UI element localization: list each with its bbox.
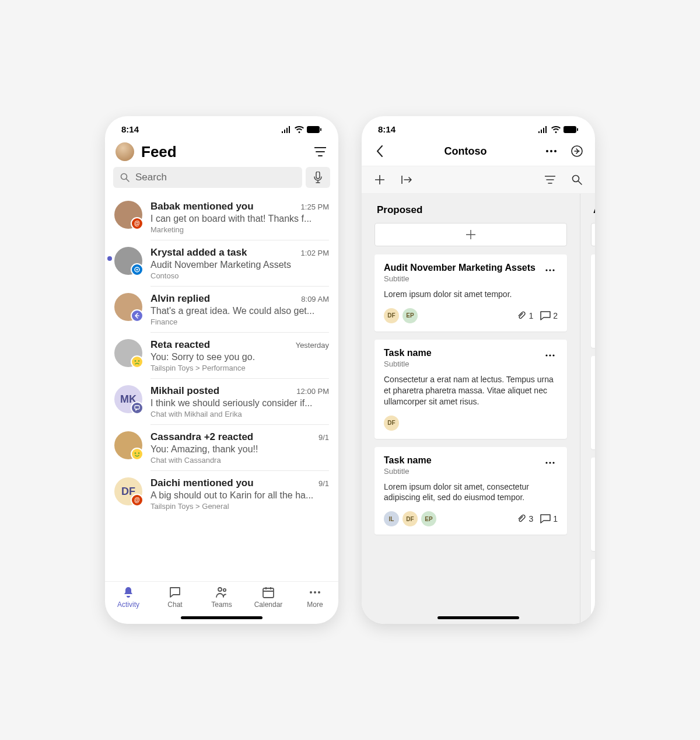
feed-item[interactable]: DF@Daichi mentioned you9/1A big should o… <box>105 470 338 516</box>
svg-point-28 <box>573 176 579 182</box>
feed-item-snippet: I can get on board with that! Thanks f..… <box>150 214 329 224</box>
feed-item[interactable]: @Babak mentioned you1:25 PMI can get on … <box>105 194 338 240</box>
nav-teams[interactable]: Teams <box>198 585 245 609</box>
assignee-chip[interactable]: DF <box>384 416 399 431</box>
svg-point-14 <box>138 452 140 454</box>
task-card[interactable]: Audit November Marketing AssetsSubtitleL… <box>374 254 567 331</box>
filter-button[interactable] <box>542 172 558 187</box>
activity-badge-icon <box>131 309 144 322</box>
search-input[interactable]: Search <box>113 167 302 188</box>
add-button[interactable] <box>372 172 387 187</box>
assignee-chips: DFEP <box>384 308 418 323</box>
search-placeholder: Search <box>135 172 167 183</box>
more-button[interactable] <box>544 144 559 159</box>
svg-point-34 <box>549 354 551 356</box>
card-title: Task name <box>384 348 432 358</box>
feed-item[interactable]: MKMikhail posted12:00 PMI think we shoul… <box>105 378 338 424</box>
nav-chat[interactable]: Chat <box>152 585 198 609</box>
status-bar: 8:14 <box>105 116 338 138</box>
expand-button[interactable] <box>399 172 414 187</box>
paperclip-icon <box>517 311 526 320</box>
feed-item-time: Yesterday <box>296 341 329 350</box>
feed-list[interactable]: @Babak mentioned you1:25 PMI can get on … <box>105 194 338 581</box>
filter-icon <box>545 176 555 184</box>
svg-point-35 <box>552 354 554 356</box>
feed-item[interactable]: Krystal added a task1:02 PMAudit Novembe… <box>105 240 338 286</box>
assignee-chip[interactable]: EP <box>421 511 436 526</box>
nav-calendar[interactable]: Calendar <box>245 585 292 609</box>
search-icon <box>572 174 582 185</box>
add-card-button[interactable] <box>591 223 595 246</box>
svg-point-36 <box>545 462 547 463</box>
task-card[interactable]: TSL <box>591 356 595 449</box>
feed-item-title: Daichi mentioned you <box>150 477 254 489</box>
status-time: 8:14 <box>121 124 139 134</box>
chevron-left-icon <box>376 145 383 157</box>
board-header: Contoso <box>362 138 595 166</box>
assignee-chip[interactable]: EP <box>402 308 418 323</box>
svg-point-8 <box>132 357 142 367</box>
board-columns[interactable]: Proposed Audit November Marketing Assets… <box>362 194 595 624</box>
search-row: Search <box>105 167 338 194</box>
svg-point-37 <box>549 462 551 463</box>
task-card[interactable]: TSD v p p <box>591 254 595 348</box>
plus-icon <box>375 175 384 184</box>
mic-button[interactable] <box>306 167 330 188</box>
feed-item-context: Chat with Mikhail and Erika <box>150 410 329 418</box>
feed-avatar: DF@ <box>114 477 142 505</box>
svg-point-13 <box>135 452 136 454</box>
task-card[interactable]: T <box>591 559 595 624</box>
feed-item-context: Marketing <box>150 225 329 234</box>
search-button[interactable] <box>569 172 584 187</box>
card-more-button[interactable] <box>542 263 558 278</box>
svg-point-24 <box>546 150 548 152</box>
task-card[interactable]: TSL a <box>591 458 595 551</box>
card-subtitle: Subtitle <box>384 467 432 476</box>
profile-avatar[interactable] <box>116 142 134 161</box>
feed-item[interactable]: Alvin replied8:09 AMThat's a great idea.… <box>105 286 338 332</box>
filter-icon[interactable] <box>313 144 328 159</box>
feed-body: Cassandra +2 reacted9/1You: Amazing, tha… <box>150 431 329 465</box>
mic-icon <box>314 172 322 183</box>
feed-item-context: Tailspin Toys > General <box>150 502 329 511</box>
comment-count: 2 <box>540 311 558 320</box>
svg-rect-0 <box>307 126 320 133</box>
ghost-card-list: TSD v p pTSLTSL aT <box>591 254 595 624</box>
card-more-button[interactable] <box>542 455 558 470</box>
feed-item-title: Alvin replied <box>150 293 210 305</box>
board-title: Contoso <box>444 145 487 158</box>
feed-avatar: MK <box>114 385 142 413</box>
svg-point-26 <box>554 150 556 152</box>
feed-item-context: Chat with Cassandra <box>150 456 329 465</box>
feed-item-context: Tailspin Toys > Performance <box>150 364 329 372</box>
svg-point-30 <box>545 269 547 271</box>
chat-button[interactable] <box>569 144 584 159</box>
activity-badge-icon <box>131 402 144 414</box>
task-card[interactable]: Task nameSubtitleLorem ipsum dolor sit a… <box>374 447 567 535</box>
assignee-chip[interactable]: IL <box>384 511 399 526</box>
comment-icon <box>540 311 551 320</box>
svg-rect-18 <box>263 588 274 598</box>
feed-item-title: Cassandra +2 reacted <box>150 431 253 443</box>
feed-item-snippet: You: Amazing, thank you!! <box>150 444 329 455</box>
search-icon <box>120 173 130 182</box>
battery-icon <box>307 126 322 133</box>
task-card[interactable]: Task nameSubtitleConsectetur a erat nam … <box>374 340 567 439</box>
nav-activity[interactable]: Activity <box>105 585 152 609</box>
nav-more[interactable]: More <box>292 585 338 609</box>
calendar-icon <box>261 585 275 599</box>
back-button[interactable] <box>372 144 387 159</box>
svg-rect-4 <box>316 172 320 179</box>
card-more-button[interactable] <box>542 348 558 363</box>
svg-rect-1 <box>320 128 321 131</box>
svg-point-10 <box>138 360 140 362</box>
status-icons <box>538 126 579 133</box>
feed-item[interactable]: Cassandra +2 reacted9/1You: Amazing, tha… <box>105 424 338 470</box>
feed-item-context: Contoso <box>150 271 329 280</box>
feed-item-snippet: That's a great idea. We could also get..… <box>150 306 329 316</box>
feed-item[interactable]: Reta reactedYesterdayYou: Sorry to see y… <box>105 332 338 378</box>
add-card-button[interactable] <box>374 223 567 246</box>
svg-point-20 <box>314 591 316 594</box>
assignee-chip[interactable]: DF <box>384 308 399 323</box>
assignee-chip[interactable]: DF <box>402 511 418 526</box>
